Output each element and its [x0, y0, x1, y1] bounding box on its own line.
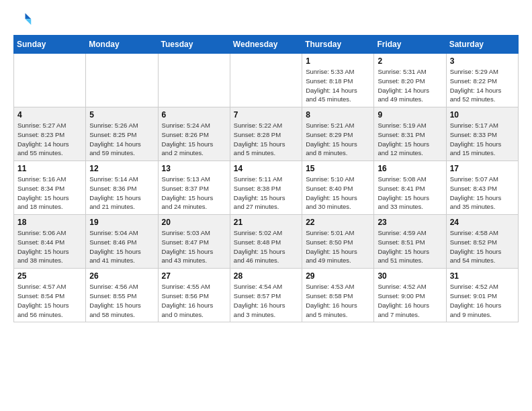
calendar-cell: 24Sunrise: 4:58 AM Sunset: 8:52 PM Dayli… [446, 215, 518, 269]
day-detail: Sunrise: 5:16 AM Sunset: 8:34 PM Dayligh… [17, 175, 82, 212]
day-number: 26 [89, 271, 154, 281]
day-detail: Sunrise: 5:04 AM Sunset: 8:46 PM Dayligh… [89, 228, 154, 265]
calendar-week-row: 1Sunrise: 5:33 AM Sunset: 8:18 PM Daylig… [14, 54, 519, 107]
col-header-wednesday: Wednesday [230, 36, 302, 54]
calendar-week-row: 11Sunrise: 5:16 AM Sunset: 8:34 PM Dayli… [14, 161, 519, 215]
calendar-cell: 23Sunrise: 4:59 AM Sunset: 8:51 PM Dayli… [374, 215, 446, 269]
day-detail: Sunrise: 5:06 AM Sunset: 8:44 PM Dayligh… [17, 228, 82, 265]
day-number: 3 [450, 56, 515, 66]
day-detail: Sunrise: 4:59 AM Sunset: 8:51 PM Dayligh… [378, 228, 442, 265]
calendar-cell: 26Sunrise: 4:56 AM Sunset: 8:55 PM Dayli… [86, 269, 158, 322]
day-detail: Sunrise: 5:13 AM Sunset: 8:37 PM Dayligh… [162, 175, 226, 212]
day-number: 12 [89, 164, 154, 173]
col-header-friday: Friday [374, 36, 446, 54]
day-detail: Sunrise: 4:52 AM Sunset: 9:01 PM Dayligh… [450, 282, 515, 319]
calendar-week-row: 25Sunrise: 4:57 AM Sunset: 8:54 PM Dayli… [14, 269, 519, 322]
col-header-monday: Monday [86, 36, 158, 54]
col-header-thursday: Thursday [302, 36, 374, 54]
calendar-cell [86, 54, 158, 107]
day-number: 19 [89, 218, 154, 227]
calendar-cell: 7Sunrise: 5:22 AM Sunset: 8:28 PM Daylig… [230, 107, 302, 161]
day-detail: Sunrise: 5:27 AM Sunset: 8:23 PM Dayligh… [17, 121, 82, 158]
calendar-cell: 8Sunrise: 5:21 AM Sunset: 8:29 PM Daylig… [302, 107, 374, 161]
calendar-cell: 19Sunrise: 5:04 AM Sunset: 8:46 PM Dayli… [86, 215, 158, 269]
calendar-cell: 21Sunrise: 5:02 AM Sunset: 8:48 PM Dayli… [230, 215, 302, 269]
calendar-cell: 5Sunrise: 5:26 AM Sunset: 8:25 PM Daylig… [86, 107, 158, 161]
day-number: 1 [306, 56, 370, 66]
day-detail: Sunrise: 5:29 AM Sunset: 8:22 PM Dayligh… [450, 67, 515, 104]
calendar-week-row: 4Sunrise: 5:27 AM Sunset: 8:23 PM Daylig… [14, 107, 519, 161]
day-detail: Sunrise: 5:24 AM Sunset: 8:26 PM Dayligh… [162, 121, 226, 158]
day-detail: Sunrise: 5:31 AM Sunset: 8:20 PM Dayligh… [378, 67, 442, 104]
calendar-cell: 9Sunrise: 5:19 AM Sunset: 8:31 PM Daylig… [374, 107, 446, 161]
day-number: 2 [378, 56, 442, 66]
calendar-cell: 1Sunrise: 5:33 AM Sunset: 8:18 PM Daylig… [302, 54, 374, 107]
calendar-cell: 6Sunrise: 5:24 AM Sunset: 8:26 PM Daylig… [158, 107, 230, 161]
calendar-cell: 4Sunrise: 5:27 AM Sunset: 8:23 PM Daylig… [14, 107, 86, 161]
calendar-cell: 13Sunrise: 5:13 AM Sunset: 8:37 PM Dayli… [158, 161, 230, 215]
calendar-cell: 2Sunrise: 5:31 AM Sunset: 8:20 PM Daylig… [374, 54, 446, 107]
day-number: 16 [378, 164, 442, 173]
calendar-cell: 11Sunrise: 5:16 AM Sunset: 8:34 PM Dayli… [14, 161, 86, 215]
col-header-sunday: Sunday [14, 36, 86, 54]
day-detail: Sunrise: 4:52 AM Sunset: 9:00 PM Dayligh… [378, 282, 442, 319]
day-number: 30 [378, 271, 442, 281]
page-header [13, 11, 519, 30]
col-header-tuesday: Tuesday [158, 36, 230, 54]
col-header-saturday: Saturday [446, 36, 518, 54]
logo-icon [13, 11, 32, 30]
calendar-cell: 10Sunrise: 5:17 AM Sunset: 8:33 PM Dayli… [446, 107, 518, 161]
day-detail: Sunrise: 5:21 AM Sunset: 8:29 PM Dayligh… [306, 121, 370, 158]
calendar-cell: 3Sunrise: 5:29 AM Sunset: 8:22 PM Daylig… [446, 54, 518, 107]
day-detail: Sunrise: 5:26 AM Sunset: 8:25 PM Dayligh… [89, 121, 154, 158]
day-detail: Sunrise: 5:17 AM Sunset: 8:33 PM Dayligh… [450, 121, 515, 158]
day-number: 4 [17, 110, 82, 120]
day-number: 27 [162, 271, 226, 281]
day-number: 9 [378, 110, 442, 120]
day-detail: Sunrise: 4:58 AM Sunset: 8:52 PM Dayligh… [450, 228, 515, 265]
calendar-cell: 22Sunrise: 5:01 AM Sunset: 8:50 PM Dayli… [302, 215, 374, 269]
day-number: 14 [234, 164, 298, 173]
day-number: 7 [234, 110, 298, 120]
svg-marker-1 [26, 13, 32, 19]
day-detail: Sunrise: 5:10 AM Sunset: 8:40 PM Dayligh… [306, 175, 370, 212]
calendar-cell: 28Sunrise: 4:54 AM Sunset: 8:57 PM Dayli… [230, 269, 302, 322]
day-number: 25 [17, 271, 82, 281]
calendar-cell: 18Sunrise: 5:06 AM Sunset: 8:44 PM Dayli… [14, 215, 86, 269]
day-number: 24 [450, 218, 515, 227]
day-number: 11 [17, 164, 82, 173]
day-number: 29 [306, 271, 370, 281]
calendar-cell: 15Sunrise: 5:10 AM Sunset: 8:40 PM Dayli… [302, 161, 374, 215]
day-number: 15 [306, 164, 370, 173]
calendar-cell: 29Sunrise: 4:53 AM Sunset: 8:58 PM Dayli… [302, 269, 374, 322]
day-number: 23 [378, 218, 442, 227]
calendar-cell: 16Sunrise: 5:08 AM Sunset: 8:41 PM Dayli… [374, 161, 446, 215]
calendar-header-row: SundayMondayTuesdayWednesdayThursdayFrid… [14, 36, 519, 54]
calendar-cell: 14Sunrise: 5:11 AM Sunset: 8:38 PM Dayli… [230, 161, 302, 215]
day-number: 20 [162, 218, 226, 227]
day-detail: Sunrise: 5:02 AM Sunset: 8:48 PM Dayligh… [234, 228, 298, 265]
logo [13, 11, 35, 30]
day-number: 17 [450, 164, 515, 173]
day-number: 8 [306, 110, 370, 120]
day-detail: Sunrise: 5:19 AM Sunset: 8:31 PM Dayligh… [378, 121, 442, 158]
calendar-cell: 27Sunrise: 4:55 AM Sunset: 8:56 PM Dayli… [158, 269, 230, 322]
calendar-week-row: 18Sunrise: 5:06 AM Sunset: 8:44 PM Dayli… [14, 215, 519, 269]
calendar-cell: 20Sunrise: 5:03 AM Sunset: 8:47 PM Dayli… [158, 215, 230, 269]
calendar-cell: 12Sunrise: 5:14 AM Sunset: 8:36 PM Dayli… [86, 161, 158, 215]
day-number: 10 [450, 110, 515, 120]
day-number: 5 [89, 110, 154, 120]
calendar-cell [230, 54, 302, 107]
day-detail: Sunrise: 5:07 AM Sunset: 8:43 PM Dayligh… [450, 175, 515, 212]
day-number: 22 [306, 218, 370, 227]
day-detail: Sunrise: 4:54 AM Sunset: 8:57 PM Dayligh… [234, 282, 298, 319]
day-number: 21 [234, 218, 298, 227]
day-detail: Sunrise: 5:14 AM Sunset: 8:36 PM Dayligh… [89, 175, 154, 212]
calendar-cell: 25Sunrise: 4:57 AM Sunset: 8:54 PM Dayli… [14, 269, 86, 322]
calendar-cell [158, 54, 230, 107]
svg-marker-2 [26, 19, 32, 25]
calendar-cell: 31Sunrise: 4:52 AM Sunset: 9:01 PM Dayli… [446, 269, 518, 322]
day-number: 6 [162, 110, 226, 120]
calendar-cell: 17Sunrise: 5:07 AM Sunset: 8:43 PM Dayli… [446, 161, 518, 215]
calendar-cell [14, 54, 86, 107]
